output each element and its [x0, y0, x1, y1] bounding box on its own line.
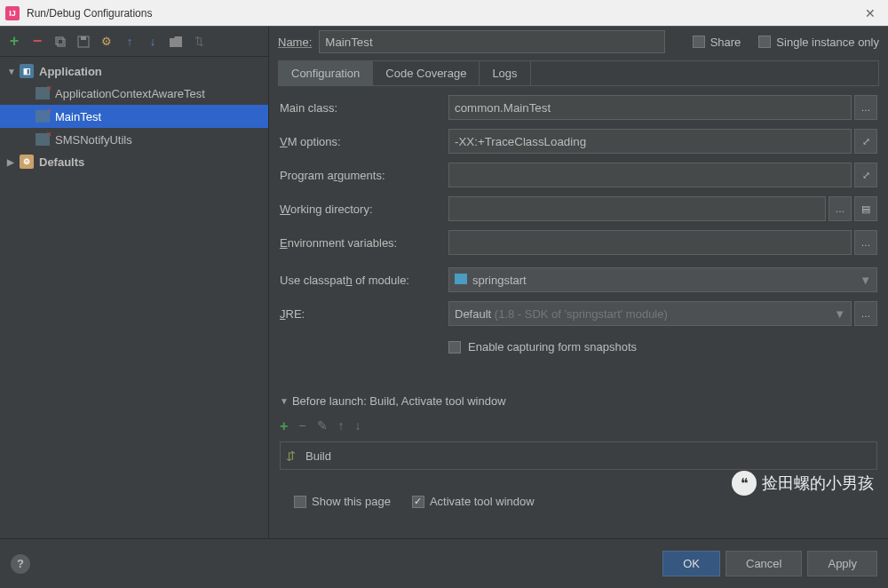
config-icon	[36, 110, 50, 123]
remove-icon[interactable]: −	[30, 35, 44, 49]
browse-button[interactable]: …	[829, 196, 852, 221]
checkbox-checked-icon: ✓	[412, 496, 424, 508]
main-class-label: Main class:	[280, 101, 448, 115]
window-title: Run/Debug Configurations	[27, 7, 858, 20]
build-icon: ⇵	[286, 449, 298, 462]
share-label: Share	[710, 36, 741, 49]
env-vars-input[interactable]	[448, 230, 852, 255]
working-dir-input[interactable]	[448, 196, 826, 221]
module-icon	[455, 274, 467, 284]
main-class-input[interactable]	[448, 95, 852, 120]
single-instance-checkbox[interactable]: Single instance only	[758, 36, 879, 49]
tree-child-label: ApplicationContextAwareTest	[55, 87, 205, 100]
remove-icon[interactable]: −	[298, 418, 305, 434]
show-page-checkbox[interactable]: Show this page	[294, 495, 391, 508]
expand-button[interactable]: ⤢	[854, 129, 877, 154]
jre-select[interactable]: Default (1.8 - SDK of 'springstart' modu…	[448, 301, 852, 326]
checkbox-icon	[693, 36, 705, 48]
share-checkbox[interactable]: Share	[693, 36, 741, 49]
activate-window-checkbox[interactable]: ✓ Activate tool window	[412, 495, 535, 508]
snapshots-label: Enable capturing form snapshots	[468, 340, 637, 354]
build-item-label: Build	[305, 449, 331, 463]
before-launch-title: Before launch: Build, Activate tool wind…	[292, 394, 506, 408]
config-form: Main class: … VM options: ⤢ Program argu…	[278, 86, 879, 517]
expand-button[interactable]: ⤢	[854, 163, 877, 187]
footer: ? OK Cancel Apply	[0, 538, 888, 588]
activate-window-label: Activate tool window	[430, 495, 535, 508]
checkbox-icon	[758, 36, 771, 48]
checkbox-icon	[294, 496, 306, 508]
move-up-icon[interactable]: ↑	[123, 35, 137, 49]
defaults-icon: ⚙	[20, 155, 34, 169]
expand-arrow-icon: ▼	[7, 67, 20, 76]
main-panel: Name: Share Single instance only Configu…	[269, 27, 888, 538]
vm-options-label: VM options:	[280, 135, 448, 148]
expand-arrow-icon: ▼	[280, 396, 289, 406]
before-launch-list[interactable]: ⇵ Build	[280, 441, 877, 470]
classpath-label: Use classpath of module:	[280, 274, 448, 287]
jre-label: JRE:	[280, 307, 448, 321]
env-vars-label: Environment variables:	[280, 236, 448, 250]
tab-code-coverage[interactable]: Code Coverage	[373, 61, 480, 85]
sidebar: + − ⚙ ↑ ↓ ⇅ ▼ ◧ Application ApplicationC…	[0, 27, 269, 538]
wrench-icon[interactable]: ⚙	[99, 35, 114, 49]
sort-icon[interactable]: ⇅	[192, 35, 206, 49]
close-icon[interactable]: ✕	[858, 6, 883, 20]
browse-button[interactable]: …	[854, 95, 877, 120]
before-launch-toolbar: + − ✎ ↑ ↓	[280, 415, 877, 438]
program-args-input[interactable]	[448, 163, 852, 187]
title-bar: IJ Run/Debug Configurations ✕	[0, 0, 888, 27]
single-instance-label: Single instance only	[776, 36, 879, 49]
config-icon	[36, 133, 50, 146]
sidebar-toolbar: + − ⚙ ↑ ↓ ⇅	[0, 27, 268, 57]
browse-button[interactable]: …	[854, 230, 877, 255]
tree-child[interactable]: MainTest	[0, 105, 268, 128]
tree-node-defaults[interactable]: ▶ ⚙ Defaults	[0, 151, 268, 172]
tabs: Configuration Code Coverage Logs	[278, 60, 879, 86]
svg-rect-3	[81, 36, 86, 40]
folder-icon[interactable]	[169, 35, 183, 49]
application-icon: ◧	[20, 64, 34, 78]
tab-logs[interactable]: Logs	[480, 61, 530, 85]
config-tree: ▼ ◧ Application ApplicationContextAwareT…	[0, 57, 268, 538]
tree-label: Application	[39, 65, 102, 78]
vm-options-input[interactable]	[448, 129, 852, 154]
program-args-label: Program arguments:	[280, 169, 448, 182]
tree-node-application[interactable]: ▼ ◧ Application	[0, 60, 268, 82]
app-icon: IJ	[5, 6, 20, 20]
tree-child[interactable]: SMSNotifyUtils	[0, 128, 268, 151]
move-up-icon[interactable]: ↑	[338, 418, 345, 434]
name-input[interactable]	[319, 30, 665, 53]
list-button[interactable]: ▤	[854, 196, 877, 221]
chevron-down-icon: ▼	[834, 307, 845, 321]
copy-icon[interactable]	[53, 35, 67, 49]
save-icon[interactable]	[76, 35, 91, 49]
help-button[interactable]: ?	[11, 554, 30, 574]
cancel-button[interactable]: Cancel	[725, 551, 802, 576]
move-down-icon[interactable]: ↓	[355, 418, 361, 434]
ok-button[interactable]: OK	[662, 551, 720, 576]
edit-icon[interactable]: ✎	[317, 418, 328, 434]
chevron-down-icon: ▼	[860, 274, 871, 287]
add-icon[interactable]: +	[280, 418, 288, 434]
tree-label: Defaults	[39, 155, 84, 169]
tree-child-label: SMSNotifyUtils	[55, 133, 132, 147]
svg-rect-1	[58, 39, 65, 46]
move-down-icon[interactable]: ↓	[146, 35, 160, 49]
classpath-select[interactable]: springstart ▼	[448, 267, 877, 292]
svg-rect-0	[56, 37, 63, 44]
name-label: Name:	[278, 36, 312, 49]
tab-configuration[interactable]: Configuration	[279, 61, 373, 85]
browse-button[interactable]: …	[854, 301, 877, 326]
tree-child[interactable]: ApplicationContextAwareTest	[0, 82, 268, 105]
apply-button[interactable]: Apply	[807, 551, 877, 576]
show-page-label: Show this page	[312, 495, 391, 508]
before-launch-header[interactable]: ▼ Before launch: Build, Activate tool wi…	[280, 394, 877, 408]
add-icon[interactable]: +	[7, 35, 21, 49]
checkbox-icon	[448, 341, 461, 354]
tree-child-label: MainTest	[55, 110, 101, 123]
collapse-arrow-icon: ▶	[7, 157, 20, 167]
working-dir-label: Working directory:	[280, 203, 448, 216]
snapshots-checkbox[interactable]: Enable capturing form snapshots	[280, 335, 877, 359]
config-icon	[36, 87, 50, 99]
